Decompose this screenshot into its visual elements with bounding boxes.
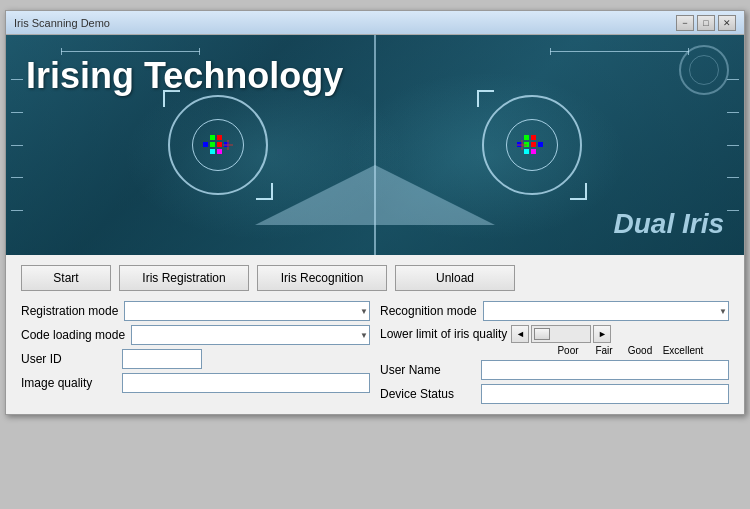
lower-limit-label: Lower limit of iris quality	[380, 327, 507, 341]
start-button[interactable]: Start	[21, 265, 111, 291]
registration-mode-label: Registration mode	[21, 304, 118, 318]
v-line-left	[255, 165, 375, 225]
device-status-row: Device Status	[380, 384, 729, 404]
registration-mode-select[interactable]	[124, 301, 370, 321]
recognition-mode-select[interactable]	[483, 301, 729, 321]
image-quality-label: Image quality	[21, 376, 116, 390]
close-button[interactable]: ✕	[718, 15, 736, 31]
user-name-input[interactable]	[481, 360, 729, 380]
quality-label-fair: Fair	[586, 345, 622, 356]
device-status-label: Device Status	[380, 387, 475, 401]
device-status-input[interactable]	[481, 384, 729, 404]
v-line-right	[375, 165, 495, 225]
code-loading-mode-select[interactable]	[131, 325, 370, 345]
quality-tick-labels: Poor Fair Good Excellent	[550, 345, 729, 356]
hero-subtitle: Dual Iris	[614, 208, 724, 240]
hero-section: Irising Technology Dual Iris	[6, 35, 744, 255]
form-fields: Registration mode Code loading mode	[21, 301, 729, 404]
cross-left	[223, 140, 233, 150]
user-id-input[interactable]	[122, 349, 202, 369]
quality-label-poor: Poor	[550, 345, 586, 356]
form-area: Start Iris Registration Iris Recognition…	[6, 255, 744, 414]
slider-track[interactable]	[531, 325, 591, 343]
measure-right	[550, 51, 690, 52]
iris-quality-row: Lower limit of iris quality ◄ ►	[380, 325, 729, 343]
minimize-button[interactable]: −	[676, 15, 694, 31]
quality-label-excellent: Excellent	[658, 345, 708, 356]
recognition-mode-row: Recognition mode	[380, 301, 729, 321]
slider-thumb	[534, 328, 550, 340]
code-loading-mode-select-wrapper	[131, 325, 370, 345]
button-row: Start Iris Registration Iris Recognition…	[21, 265, 729, 291]
main-window: Iris Scanning Demo − □ ✕	[5, 10, 745, 415]
slider-left-arrow[interactable]: ◄	[511, 325, 529, 343]
iris-quality-section: Lower limit of iris quality ◄ ► Poor Fai…	[380, 325, 729, 356]
registration-mode-select-wrapper	[124, 301, 370, 321]
user-id-label: User ID	[21, 352, 116, 366]
window-controls: − □ ✕	[676, 15, 736, 31]
cross-right	[517, 140, 527, 150]
iris-recognition-button[interactable]: Iris Recognition	[257, 265, 387, 291]
left-column: Registration mode Code loading mode	[21, 301, 370, 404]
quality-slider-wrapper: ◄ ►	[511, 325, 611, 343]
quality-label-good: Good	[622, 345, 658, 356]
measure-left	[61, 51, 201, 52]
window-title: Iris Scanning Demo	[14, 17, 110, 29]
image-quality-row: Image quality	[21, 373, 370, 393]
left-ticks	[11, 79, 23, 211]
right-column: Recognition mode Lower limit of iris qua…	[380, 301, 729, 404]
user-id-row: User ID	[21, 349, 370, 369]
image-quality-input[interactable]	[122, 373, 370, 393]
scan-circle-decoration	[679, 45, 729, 95]
iris-registration-button[interactable]: Iris Registration	[119, 265, 249, 291]
user-name-label: User Name	[380, 363, 475, 377]
right-ticks	[727, 79, 739, 211]
restore-button[interactable]: □	[697, 15, 715, 31]
code-loading-mode-label: Code loading mode	[21, 328, 125, 342]
unload-button[interactable]: Unload	[395, 265, 515, 291]
registration-mode-row: Registration mode	[21, 301, 370, 321]
recognition-mode-select-wrapper	[483, 301, 729, 321]
hero-title: Irising Technology	[26, 55, 343, 97]
user-name-row: User Name	[380, 360, 729, 380]
recognition-mode-label: Recognition mode	[380, 304, 477, 318]
code-loading-mode-row: Code loading mode	[21, 325, 370, 345]
slider-right-arrow[interactable]: ►	[593, 325, 611, 343]
title-bar: Iris Scanning Demo − □ ✕	[6, 11, 744, 35]
